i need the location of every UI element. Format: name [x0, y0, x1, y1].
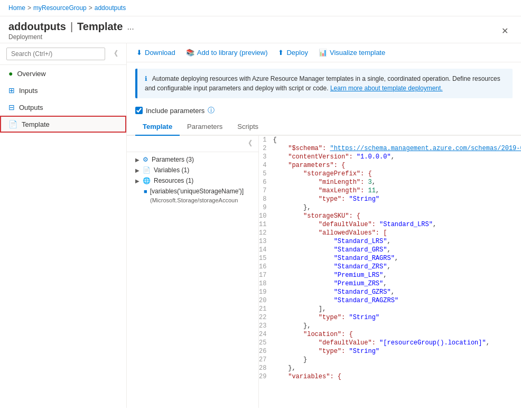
line-code: "Premium_ZRS",	[271, 279, 521, 288]
download-button[interactable]: ⬇ Download	[135, 46, 176, 59]
code-string-value: "Standard_LRS"	[379, 221, 433, 228]
tab-scripts[interactable]: Scripts	[230, 118, 266, 136]
code-key: "contentVersion":	[273, 153, 356, 161]
breadcrumb-sep2: >	[89, 4, 92, 12]
code-string-value: "Premium_LRS"	[273, 272, 383, 279]
sidebar-item-overview-label: Overview	[17, 70, 45, 78]
tree-resource-item[interactable]: ■ [variables('uniqueStorageName')]	[127, 186, 258, 197]
add-library-button[interactable]: 📚 Add to library (preview)	[185, 46, 269, 59]
code-string-value: "Standard_GRS"	[273, 246, 387, 254]
line-code: "type": "String"	[271, 195, 521, 203]
code-key: "storageSKU": {	[273, 212, 360, 220]
sidebar-item-template[interactable]: 📄 Template	[0, 116, 126, 133]
code-table: 1{2 "$schema": "https://schema.managemen…	[259, 136, 521, 381]
code-key: "$schema":	[273, 145, 330, 152]
line-code: },	[271, 364, 521, 372]
resource-leaf-icon: ■	[144, 188, 147, 194]
template-icon: 📄	[8, 120, 17, 128]
line-code: },	[271, 203, 521, 212]
main-layout: 《 ● Overview ⊞ Inputs ⊟ Outputs 📄 Templa…	[0, 43, 521, 408]
line-code: }	[271, 356, 521, 364]
sidebar-item-inputs[interactable]: ⊞ Inputs	[0, 82, 126, 99]
line-number: 10	[259, 212, 271, 220]
deploy-icon: ⬆	[278, 49, 284, 57]
code-link[interactable]: "https://schema.management.azure.com/sch…	[330, 145, 521, 152]
include-params-checkbox[interactable]	[135, 107, 143, 114]
breadcrumb-group[interactable]: myResourceGroup	[33, 4, 87, 12]
tree-section-parameters[interactable]: ▶ ⚙ Parameters (3)	[127, 154, 258, 165]
line-code: "allowedValues": [	[271, 229, 521, 237]
tree-panel: 《 ▶ ⚙ Parameters (3) ▶ 📄 Variables (1)	[127, 136, 259, 408]
info-text: Automate deploying resources with Azure …	[145, 75, 500, 92]
code-string-value: "String"	[349, 314, 379, 321]
vars-chevron-icon: ▶	[135, 167, 139, 173]
line-number: 8	[259, 195, 271, 203]
table-row: 29 "variables": {	[259, 372, 521, 381]
breadcrumb-home[interactable]: Home	[8, 4, 25, 12]
content-area: ⬇ Download 📚 Add to library (preview) ⬆ …	[127, 43, 521, 408]
collapse-sidebar-button[interactable]: 《	[108, 48, 120, 60]
table-row: 5 "storagePrefix": {	[259, 170, 521, 178]
code-key: "type":	[273, 314, 349, 321]
collapse-tree-button[interactable]: 《	[243, 138, 254, 150]
tab-parameters[interactable]: Parameters	[180, 118, 230, 136]
code-punctuation: ],	[273, 305, 326, 313]
code-punctuation: ,	[486, 339, 490, 347]
table-row: 1{	[259, 136, 521, 144]
download-icon: ⬇	[136, 49, 142, 57]
more-options-button[interactable]: ...	[127, 22, 134, 32]
visualize-button[interactable]: 📊 Visualize template	[318, 46, 386, 59]
search-input[interactable]	[6, 48, 105, 60]
line-number: 17	[259, 271, 271, 279]
line-number: 19	[259, 288, 271, 296]
close-button[interactable]: ✕	[497, 24, 513, 38]
tree-section-resources[interactable]: ▶ 🌐 Resources (1)	[127, 175, 258, 186]
line-number: 20	[259, 296, 271, 305]
code-string-value: "Premium_ZRS"	[273, 280, 383, 287]
code-punctuation: ,	[387, 246, 390, 254]
code-punctuation: }	[273, 356, 307, 363]
split-pane: 《 ▶ ⚙ Parameters (3) ▶ 📄 Variables (1)	[127, 136, 521, 408]
code-panel[interactable]: 1{2 "$schema": "https://schema.managemen…	[259, 136, 521, 408]
include-params-info-icon[interactable]: ⓘ	[208, 106, 215, 115]
table-row: 8 "type": "String"	[259, 195, 521, 203]
include-params-row: Include parameters ⓘ	[127, 102, 521, 118]
vars-section-icon: 📄	[143, 166, 151, 174]
info-banner: ℹ Automate deploying resources with Azur…	[135, 69, 513, 98]
code-string-value: "Standard_RAGZRS"	[273, 297, 398, 304]
deploy-label: Deploy	[286, 49, 308, 57]
visualize-icon: 📊	[319, 49, 327, 57]
line-number: 22	[259, 313, 271, 322]
line-code: "type": "String"	[271, 347, 521, 356]
download-label: Download	[145, 49, 175, 57]
code-string-value: "String"	[349, 195, 379, 203]
params-section-icon: ⚙	[143, 156, 148, 163]
table-row: 21 ],	[259, 305, 521, 313]
line-number: 18	[259, 279, 271, 288]
line-code: "Standard_LRS",	[271, 237, 521, 246]
table-row: 11 "defaultValue": "Standard_LRS",	[259, 220, 521, 229]
sidebar-item-outputs[interactable]: ⊟ Outputs	[0, 99, 126, 116]
table-row: 12 "allowedValues": [	[259, 229, 521, 237]
tab-template[interactable]: Template	[135, 118, 180, 136]
table-row: 25 "defaultValue": "[resourceGroup().loc…	[259, 339, 521, 347]
info-icon: ℹ	[145, 75, 147, 82]
code-key: "storagePrefix": {	[273, 170, 371, 178]
deploy-button[interactable]: ⬆ Deploy	[277, 46, 309, 59]
tree-section-variables[interactable]: ▶ 📄 Variables (1)	[127, 165, 258, 175]
code-punctuation: ,	[387, 263, 390, 270]
code-punctuation: ,	[387, 238, 390, 245]
code-key: "minLength":	[273, 179, 368, 186]
sidebar-item-overview[interactable]: ● Overview	[0, 65, 126, 82]
resources-section-label: Resources (1)	[154, 177, 193, 184]
sidebar-item-inputs-label: Inputs	[19, 87, 38, 95]
table-row: 17 "Premium_LRS",	[259, 271, 521, 279]
table-row: 19 "Standard_GZRS",	[259, 288, 521, 296]
info-link[interactable]: Learn more about template deployment.	[330, 85, 443, 92]
code-punctuation: ,	[391, 153, 395, 161]
code-punctuation: {	[273, 136, 276, 144]
table-row: 9 },	[259, 203, 521, 212]
breadcrumb-page[interactable]: addoutputs	[95, 4, 126, 12]
line-code: "type": "String"	[271, 313, 521, 322]
table-row: 16 "Standard_ZRS",	[259, 263, 521, 271]
